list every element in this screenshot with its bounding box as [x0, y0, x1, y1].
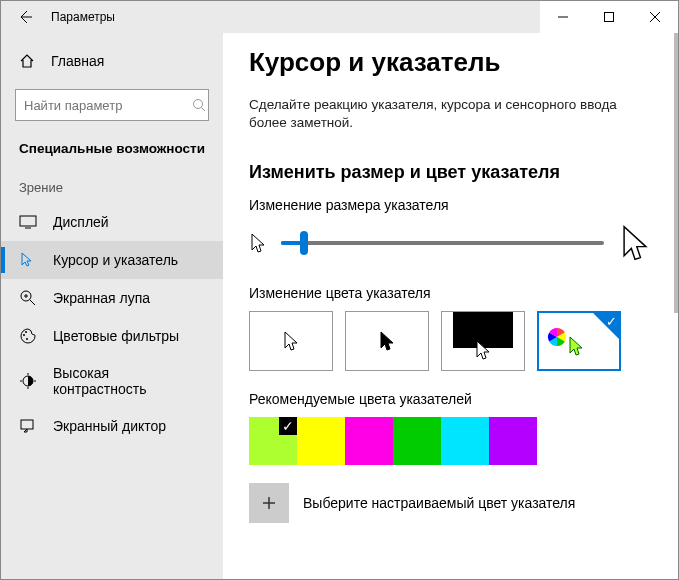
display-icon: [19, 213, 37, 231]
maximize-button[interactable]: [586, 1, 632, 33]
sidebar-item-label: Цветовые фильтры: [53, 328, 179, 344]
pointer-size-label: Изменение размера указателя: [249, 197, 652, 213]
custom-color-label: Выберите настраиваемый цвет указателя: [303, 495, 575, 511]
search-box[interactable]: [15, 89, 209, 121]
large-pointer-icon: [618, 223, 652, 263]
pointer-size-slider[interactable]: [281, 241, 604, 245]
home-icon: [19, 53, 35, 69]
sidebar-item-label: Экранная лупа: [53, 290, 150, 306]
sidebar-item-label: Экранный диктор: [53, 418, 166, 434]
swatch-yellow[interactable]: [297, 417, 345, 465]
close-button[interactable]: [632, 1, 678, 33]
sidebar-item-high-contrast[interactable]: Высокая контрастность: [1, 355, 223, 407]
page-title: Курсор и указатель: [249, 47, 652, 78]
svg-point-4: [194, 100, 203, 109]
svg-point-13: [25, 331, 27, 333]
sidebar-item-label: Высокая контрастность: [53, 365, 205, 397]
sidebar-group-title: Специальные возможности: [1, 137, 223, 174]
contrast-icon: [19, 372, 37, 390]
pointer-color-label: Изменение цвета указателя: [249, 285, 652, 301]
svg-point-14: [26, 338, 28, 340]
sidebar-item-cursor[interactable]: Курсор и указатель: [1, 241, 223, 279]
pointer-option-inverted[interactable]: [441, 311, 525, 371]
color-wheel-icon: [547, 327, 567, 347]
svg-rect-20: [21, 420, 33, 429]
svg-rect-1: [605, 13, 614, 22]
plus-icon: [261, 495, 277, 511]
palette-icon: [19, 327, 37, 345]
nav-home-label: Главная: [51, 53, 104, 69]
search-icon: [192, 98, 206, 112]
sidebar-item-narrator[interactable]: Экранный диктор: [1, 407, 223, 445]
add-custom-color-button[interactable]: [249, 483, 289, 523]
magnifier-icon: [19, 289, 37, 307]
sidebar-item-label: Дисплей: [53, 214, 109, 230]
svg-rect-6: [20, 216, 36, 226]
narrator-icon: [19, 417, 37, 435]
pointer-option-white[interactable]: [249, 311, 333, 371]
sidebar-item-label: Курсор и указатель: [53, 252, 178, 268]
sidebar: Главная Специальные возможности Зрение Д…: [1, 33, 223, 579]
swatch-purple[interactable]: [489, 417, 537, 465]
nav-home[interactable]: Главная: [1, 45, 223, 77]
swatch-magenta[interactable]: [345, 417, 393, 465]
back-button[interactable]: [1, 1, 47, 33]
swatch-cyan[interactable]: [441, 417, 489, 465]
svg-line-5: [202, 108, 206, 112]
check-icon: ✓: [606, 314, 617, 329]
scrollbar[interactable]: [674, 33, 678, 313]
small-pointer-icon: [249, 232, 267, 254]
swatch-green[interactable]: [393, 417, 441, 465]
svg-line-9: [30, 300, 35, 305]
recommended-swatches: [249, 417, 652, 465]
pointer-option-custom[interactable]: ✓: [537, 311, 621, 371]
sidebar-item-magnifier[interactable]: Экранная лупа: [1, 279, 223, 317]
cursor-icon: [19, 251, 37, 269]
pointer-option-black[interactable]: [345, 311, 429, 371]
pointer-size-row: [249, 223, 652, 263]
search-input[interactable]: [24, 98, 192, 113]
window-titlebar: Параметры: [1, 1, 678, 33]
swatch-lime[interactable]: [249, 417, 297, 465]
sidebar-section-label: Зрение: [1, 174, 223, 203]
sidebar-item-color-filters[interactable]: Цветовые фильтры: [1, 317, 223, 355]
window-controls: [540, 1, 678, 33]
page-description: Сделайте реакцию указателя, курсора и се…: [249, 96, 649, 132]
svg-point-12: [23, 334, 25, 336]
window-title: Параметры: [47, 10, 115, 24]
slider-thumb[interactable]: [300, 231, 308, 255]
custom-color-row: Выберите настраиваемый цвет указателя: [249, 483, 652, 523]
recommended-colors-label: Рекомендуемые цвета указателей: [249, 391, 652, 407]
pointer-color-options: ✓: [249, 311, 652, 371]
section-heading: Изменить размер и цвет указателя: [249, 162, 652, 183]
content-pane: Курсор и указатель Сделайте реакцию указ…: [223, 33, 678, 579]
sidebar-item-display[interactable]: Дисплей: [1, 203, 223, 241]
minimize-button[interactable]: [540, 1, 586, 33]
